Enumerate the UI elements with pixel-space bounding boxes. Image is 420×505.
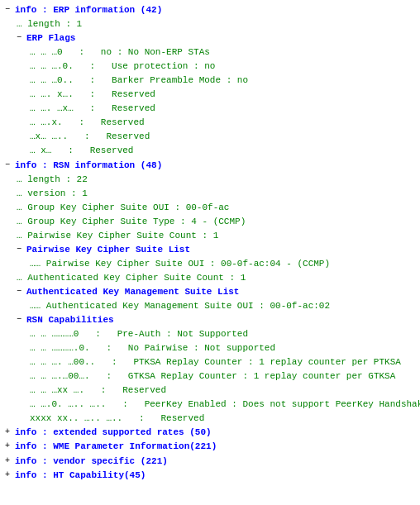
ext-rates-expand[interactable]: +: [5, 426, 15, 439]
rsn-pk-oui-node: …… Pairwise Key Cipher Suite OUI : 00-0f…: [3, 257, 417, 271]
erp-f8-label: Reserved: [90, 144, 134, 158]
rsn-cap5-label: Reserved: [122, 384, 166, 398]
rsn-cap-label: RSN Capabilities: [26, 313, 114, 327]
rsn-info-node[interactable]: − info : RSN information (48): [3, 159, 417, 173]
rsn-cap4-label: GTKSA Replay Counter : 1 replay counter …: [128, 369, 395, 384]
rsn-length-dot: …: [17, 173, 27, 187]
ext-rates-node[interactable]: + info : extended supported rates (50): [3, 426, 417, 440]
rsn-cap6-node: … ….0. ….. ….. : PeerKey Enabled : Does …: [3, 398, 417, 412]
erp-f1-dot: … … …0 :: [30, 45, 101, 60]
rsn-gk-type-label: Group Key Cipher Suite Type : 4 - (CCMP): [27, 215, 246, 229]
rsn-gk-oui-dot: …: [17, 201, 27, 215]
rsn-ak-oui-label: Authenticated Key Management Suite OUI :…: [46, 299, 330, 313]
erp-info-label: info : ERP information (42): [15, 3, 162, 17]
rsn-version-node: … version : 1: [3, 187, 417, 201]
rsn-gk-type-node: … Group Key Cipher Suite Type : 4 - (CCM…: [3, 215, 417, 229]
rsn-ak-count-dot: …: [17, 271, 27, 285]
rsn-gk-oui-node: … Group Key Cipher Suite OUI : 00-0f-ac: [3, 201, 417, 215]
erp-f8-dot: … x… :: [30, 144, 90, 158]
erp-flags-expand[interactable]: −: [17, 31, 26, 45]
rsn-cap5-node: … … …xx …. : Reserved: [3, 384, 417, 398]
rsn-length-label: length : 22: [27, 173, 88, 187]
rsn-cap6-label: PeerKey Enabled : Does not support PeerK…: [145, 398, 420, 412]
rsn-gk-oui-label: Group Key Cipher Suite OUI : 00-0f-ac: [27, 201, 229, 215]
rsn-info-expand[interactable]: −: [5, 159, 15, 172]
rsn-pk-oui-dot: ……: [30, 257, 46, 271]
erp-f8-node: … x… : Reserved: [3, 144, 417, 158]
erp-f4-dot: … …. x…. :: [30, 88, 112, 102]
rsn-cap3-node: … … …. …00.. : PTKSA Replay Counter : 1 …: [3, 355, 417, 369]
rsn-pk-list-node[interactable]: − Pairwise Key Cipher Suite List: [3, 243, 417, 257]
rsn-cap1-node: … … …………0 : Pre-Auth : Not Supported: [3, 327, 417, 341]
rsn-ak-count-label: Authenticated Key Cipher Suite Count : 1: [27, 271, 246, 285]
packet-tree: − info : ERP information (42) … length :…: [0, 0, 420, 486]
ht-info-label: info : HT Capability(45): [15, 469, 146, 483]
vendor-info-node[interactable]: + info : vendor specific (221): [3, 455, 417, 469]
erp-f5-dot: … …. …x… :: [30, 102, 112, 116]
vendor-info-label: info : vendor specific (221): [15, 455, 168, 469]
rsn-cap1-dot: … … …………0 :: [30, 327, 117, 341]
erp-info-expand[interactable]: −: [5, 3, 15, 17]
erp-f2-dot: … … ….0. :: [30, 60, 112, 74]
erp-flags-label: ERP Flags: [26, 31, 75, 45]
rsn-cap5-dot: … … …xx …. :: [30, 384, 122, 398]
rsn-cap7-dot: xxxx xx.. ….. ….. :: [30, 412, 160, 426]
rsn-cap-expand[interactable]: −: [17, 313, 26, 326]
erp-f3-dot: … … …0.. :: [30, 74, 112, 88]
rsn-length-node: … length : 22: [3, 173, 417, 187]
rsn-pk-list-label: Pairwise Key Cipher Suite List: [26, 243, 190, 257]
rsn-cap7-node: xxxx xx.. ….. ….. : Reserved: [3, 412, 417, 426]
rsn-ak-oui-node: …… Authenticated Key Management Suite OU…: [3, 299, 417, 313]
rsn-pk-oui-label: Pairwise Key Cipher Suite OUI : 00-0f-ac…: [46, 257, 330, 271]
erp-f6-node: … ….x. : Reserved: [3, 116, 417, 130]
erp-length-node: … length : 1: [3, 17, 417, 31]
wme-info-node[interactable]: + info : WME Parameter Information(221): [3, 440, 417, 454]
rsn-pk-count-label: Pairwise Key Cipher Suite Count : 1: [27, 229, 218, 243]
erp-f1-node: … … …0 : no : No Non-ERP STAs: [3, 45, 417, 60]
erp-f3-label: Barker Preamble Mode : no: [112, 74, 248, 88]
rsn-cap2-dot: … … ………….0. :: [30, 341, 128, 355]
rsn-info-label: info : RSN information (48): [15, 159, 162, 173]
rsn-cap2-label: No Pairwise : Not supported: [128, 341, 275, 355]
rsn-ak-list-node[interactable]: − Authenticated Key Management Suite Lis…: [3, 285, 417, 299]
rsn-ak-list-label: Authenticated Key Management Suite List: [26, 285, 239, 299]
erp-f6-dot: … ….x. :: [30, 116, 101, 130]
rsn-ak-count-node: … Authenticated Key Cipher Suite Count :…: [3, 271, 417, 285]
rsn-ak-list-expand[interactable]: −: [17, 285, 26, 298]
erp-f6-label: Reserved: [101, 116, 145, 130]
ht-info-node[interactable]: + info : HT Capability(45): [3, 469, 417, 483]
rsn-pk-list-expand[interactable]: −: [17, 243, 26, 256]
ext-rates-label: info : extended supported rates (50): [15, 426, 212, 440]
rsn-cap-node[interactable]: − RSN Capabilities: [3, 313, 417, 327]
rsn-cap4-dot: … … ….…00…. :: [30, 369, 128, 384]
erp-flags-node[interactable]: − ERP Flags: [3, 31, 417, 45]
rsn-ak-oui-dot: ……: [30, 299, 46, 313]
erp-f7-label: Reserved: [106, 130, 150, 144]
rsn-pk-count-node: … Pairwise Key Cipher Suite Count : 1: [3, 229, 417, 243]
rsn-cap3-label: PTKSA Replay Counter : 1 replay counter …: [133, 355, 400, 369]
erp-f2-node: … … ….0. : Use protection : no: [3, 60, 417, 74]
rsn-cap4-node: … … ….…00…. : GTKSA Replay Counter : 1 r…: [3, 369, 417, 384]
wme-info-label: info : WME Parameter Information(221): [15, 440, 217, 454]
rsn-version-dot: …: [17, 187, 27, 201]
erp-length-dot: …: [17, 17, 27, 31]
erp-info-node[interactable]: − info : ERP information (42): [3, 3, 417, 17]
rsn-cap6-dot: … ….0. ….. ….. :: [30, 398, 145, 412]
erp-f5-label: Reserved: [112, 102, 155, 116]
ht-info-expand[interactable]: +: [5, 469, 15, 482]
rsn-cap7-label: Reserved: [160, 412, 204, 426]
erp-f3-node: … … …0.. : Barker Preamble Mode : no: [3, 74, 417, 88]
rsn-cap3-dot: … … …. …00.. :: [30, 355, 133, 369]
rsn-cap2-node: … … ………….0. : No Pairwise : Not supporte…: [3, 341, 417, 355]
erp-f7-dot: …x… ….. :: [30, 130, 106, 144]
erp-f4-node: … …. x…. : Reserved: [3, 88, 417, 102]
erp-f7-node: …x… ….. : Reserved: [3, 130, 417, 144]
rsn-gk-type-dot: …: [17, 215, 27, 229]
rsn-version-label: version : 1: [27, 187, 88, 201]
erp-length-label: length : 1: [27, 17, 82, 31]
vendor-info-expand[interactable]: +: [5, 455, 15, 468]
erp-f5-node: … …. …x… : Reserved: [3, 102, 417, 116]
wme-info-expand[interactable]: +: [5, 440, 15, 453]
erp-f4-label: Reserved: [112, 88, 155, 102]
erp-f1-label: no : No Non-ERP STAs: [101, 45, 210, 60]
